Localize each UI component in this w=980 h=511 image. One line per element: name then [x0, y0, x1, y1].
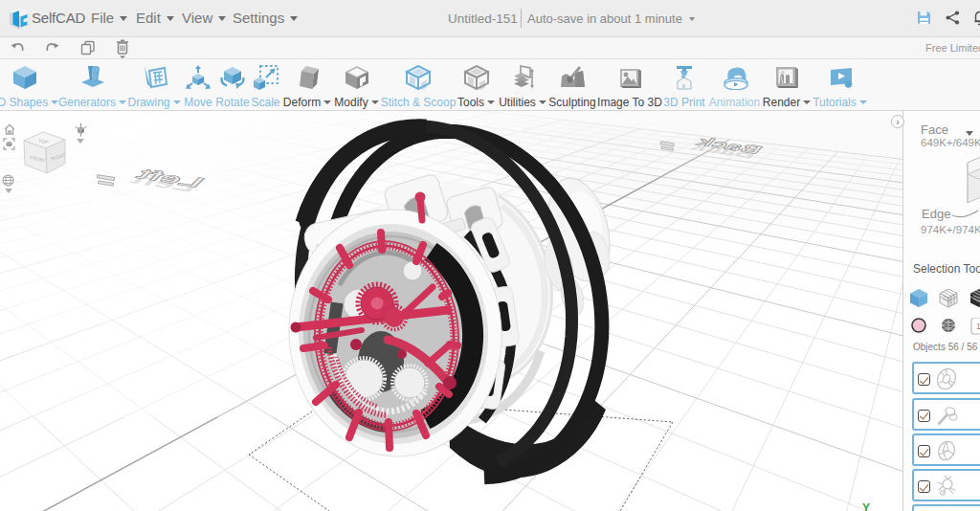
- svg-text:1: 1: [976, 322, 980, 331]
